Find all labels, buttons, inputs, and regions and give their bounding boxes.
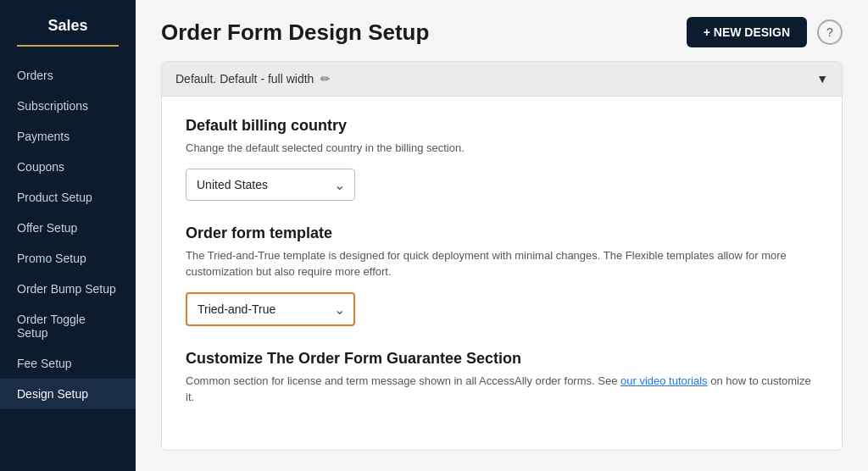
guarantee-desc-prefix: Common section for license and term mess… <box>186 374 620 387</box>
toolbar-dropdown-arrow[interactable]: ▼ <box>816 72 828 86</box>
guarantee-section: Customize The Order Form Guarantee Secti… <box>186 350 818 406</box>
page-header: Order Form Design Setup + NEW DESIGN ? <box>136 0 868 61</box>
card-toolbar-label: Default. Default - full width ✏ <box>175 72 331 86</box>
sidebar-item-product-setup[interactable]: Product Setup <box>0 182 136 213</box>
sidebar-item-subscriptions[interactable]: Subscriptions <box>0 91 136 121</box>
sidebar-item-offer-setup[interactable]: Offer Setup <box>0 213 136 243</box>
sidebar-item-promo-setup[interactable]: Promo Setup <box>0 243 136 274</box>
new-design-button[interactable]: + NEW DESIGN <box>687 17 807 47</box>
sidebar-item-design-setup[interactable]: Design Setup <box>0 379 136 409</box>
help-button[interactable]: ? <box>817 19 843 45</box>
sidebar-item-order-bump-setup[interactable]: Order Bump Setup <box>0 274 136 304</box>
card-toolbar: Default. Default - full width ✏ ▼ <box>162 62 842 97</box>
sidebar-title: Sales <box>0 17 136 45</box>
sidebar-item-fee-setup[interactable]: Fee Setup <box>0 348 136 379</box>
main-content: Order Form Design Setup + NEW DESIGN ? D… <box>136 0 868 471</box>
toolbar-label-text: Default. Default - full width <box>175 72 314 86</box>
card-body: Default billing country Change the defau… <box>162 97 842 450</box>
content-card: Default. Default - full width ✏ ▼ Defaul… <box>161 61 843 451</box>
order-form-template-select[interactable]: Tried-and-TrueFlexible <box>186 292 355 326</box>
billing-country-title: Default billing country <box>186 117 818 135</box>
sidebar-item-order-toggle-setup[interactable]: Order Toggle Setup <box>0 304 136 348</box>
sidebar-divider <box>17 45 119 47</box>
sidebar-item-coupons[interactable]: Coupons <box>0 152 136 182</box>
billing-country-select-wrapper: United StatesCanadaUnited KingdomAustral… <box>186 169 355 201</box>
sidebar-item-orders[interactable]: Orders <box>0 60 136 91</box>
billing-country-section: Default billing country Change the defau… <box>186 117 818 201</box>
order-form-template-select-wrapper: Tried-and-TrueFlexible ⌄ <box>186 292 355 326</box>
header-actions: + NEW DESIGN ? <box>687 17 843 47</box>
edit-icon[interactable]: ✏ <box>320 72 331 86</box>
sidebar-item-payments[interactable]: Payments <box>0 121 136 152</box>
guarantee-video-link[interactable]: our video tutorials <box>620 374 708 387</box>
order-form-template-desc: The Tried-and-True template is designed … <box>186 247 818 280</box>
billing-country-desc: Change the default selected country in t… <box>186 140 818 157</box>
order-form-template-section: Order form template The Tried-and-True t… <box>186 224 818 326</box>
sidebar: Sales OrdersSubscriptionsPaymentsCoupons… <box>0 0 136 471</box>
guarantee-desc: Common section for license and term mess… <box>186 373 818 406</box>
page-title: Order Form Design Setup <box>161 19 429 46</box>
guarantee-title: Customize The Order Form Guarantee Secti… <box>186 350 818 368</box>
billing-country-select[interactable]: United StatesCanadaUnited KingdomAustral… <box>186 169 355 201</box>
order-form-template-title: Order form template <box>186 224 818 242</box>
